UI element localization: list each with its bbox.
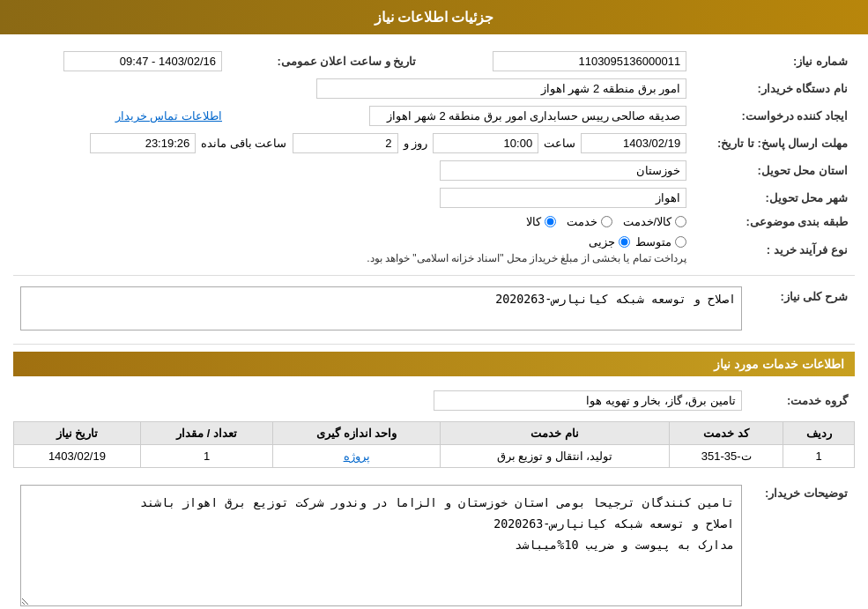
- service-group-table: گروه خدمت: تامین برق، گاز، بخار و تهویه …: [13, 387, 855, 414]
- province-input: خوزستان: [440, 160, 686, 181]
- buyer-notes-input[interactable]: [20, 485, 742, 606]
- content-area: شماره نیاز: 1103095136000011 تاریخ و ساع…: [0, 34, 868, 609]
- announcement-label: تاریخ و ساعت اعلان عمومی:: [229, 48, 434, 75]
- buyer-notes-label: توضیحات خریدار:: [749, 481, 855, 609]
- response-deadline-label: مهلت ارسال پاسخ: تا تاریخ:: [694, 130, 855, 157]
- remaining-label: ساعت باقی مانده: [201, 137, 286, 150]
- col-date: تاریخ نیاز: [14, 422, 141, 445]
- response-time: 10:00: [433, 133, 538, 153]
- service-group-label: گروه خدمت:: [749, 387, 855, 414]
- days-label: روز و: [404, 137, 428, 150]
- page-wrapper: جزئیات اطلاعات نیاز شماره نیاز: 11030951…: [0, 0, 868, 609]
- buyer-org-label: نام دستگاه خریدار:: [694, 75, 855, 102]
- need-description-value: [13, 283, 749, 337]
- service-group-value: تامین برق، گاز، بخار و تهویه هوا: [13, 387, 749, 414]
- response-deadline-row: 1403/02/19 ساعت 10:00 روز و 2 ساعت باقی …: [13, 130, 694, 157]
- col-service-code: کد خدمت: [670, 422, 783, 445]
- need-number-value: 1103095136000011: [434, 48, 694, 75]
- subject-option-kala[interactable]: کالا: [526, 215, 556, 228]
- need-number-input: 1103095136000011: [493, 51, 686, 71]
- subject-label: طبقه بندی موضوعی:: [694, 212, 855, 232]
- buyer-notes-value: 🔴: [13, 481, 749, 609]
- subject-options: کالا/خدمت خدمت کالا: [13, 212, 694, 232]
- page-header: جزئیات اطلاعات نیاز: [0, 0, 868, 34]
- response-date: 1403/02/19: [581, 133, 686, 153]
- purchase-note: پرداخت تمام یا بخشی از مبلغ خریداز محل "…: [367, 252, 686, 264]
- col-row-num: ردیف: [783, 422, 855, 445]
- city-input: اهواز: [440, 188, 686, 208]
- remaining-time: 23:19:26: [90, 133, 196, 153]
- city-value: اهواز: [13, 184, 694, 212]
- response-time-label: ساعت: [544, 137, 575, 150]
- province-label: استان محل تحویل:: [694, 157, 855, 184]
- announcement-value: 1403/02/16 - 09:47: [13, 48, 229, 75]
- col-unit: واحد اندازه گیری: [273, 422, 441, 445]
- col-quantity: تعداد / مقدار: [140, 422, 272, 445]
- buyer-notes-table: توضیحات خریدار: 🔴: [13, 481, 855, 609]
- subject-option-kala-khedmat[interactable]: کالا/خدمت: [623, 215, 687, 228]
- buyer-org-input: امور برق منطقه 2 شهر اهواز: [316, 78, 686, 99]
- table-row: 1ت-35-351تولید، انتقال و توزیع برقپروژه1…: [14, 445, 855, 468]
- need-description-table: شرح کلی نیاز:: [13, 283, 855, 337]
- purchase-type-label: نوع فرآیند خرید :: [694, 232, 855, 268]
- province-value: خوزستان: [13, 157, 694, 184]
- announcement-input: 1403/02/16 - 09:47: [63, 51, 222, 71]
- need-number-label: شماره نیاز:: [694, 48, 855, 75]
- services-table: ردیف کد خدمت نام خدمت واحد اندازه گیری ت…: [13, 421, 855, 468]
- need-description-input[interactable]: [20, 286, 742, 330]
- purchase-type-row: متوسط جزیی پرداخت تمام یا بخشی از مبلغ خ…: [13, 232, 694, 268]
- contact-link-cell: اطلاعات تماس خریدار: [13, 102, 229, 130]
- purchase-type-motavasset[interactable]: متوسط: [635, 235, 686, 249]
- notes-section: 🔴: [20, 485, 742, 609]
- creator-input: صدیقه صالحی رییس حسابداری امور برق منطقه…: [369, 106, 686, 126]
- subject-option-khedmat[interactable]: خدمت: [567, 215, 612, 228]
- creator-label: ایجاد کننده درخواست:: [694, 102, 855, 130]
- days-value: 2: [293, 133, 398, 153]
- page-title: جزئیات اطلاعات نیاز: [375, 10, 494, 25]
- service-group-input: تامین برق، گاز، بخار و تهویه هوا: [434, 390, 742, 411]
- col-service-name: نام خدمت: [440, 422, 669, 445]
- contact-link[interactable]: اطلاعات تماس خریدار: [115, 109, 222, 123]
- purchase-type-jozi[interactable]: جزیی: [589, 235, 630, 249]
- info-table: شماره نیاز: 1103095136000011 تاریخ و ساع…: [13, 48, 855, 268]
- city-label: شهر محل تحویل:: [694, 184, 855, 212]
- buyer-org-value: امور برق منطقه 2 شهر اهواز: [13, 75, 694, 102]
- service-info-header: اطلاعات خدمات مورد نیاز: [13, 352, 855, 376]
- creator-value: صدیقه صالحی رییس حسابداری امور برق منطقه…: [229, 102, 694, 130]
- need-description-label: شرح کلی نیاز:: [749, 283, 855, 337]
